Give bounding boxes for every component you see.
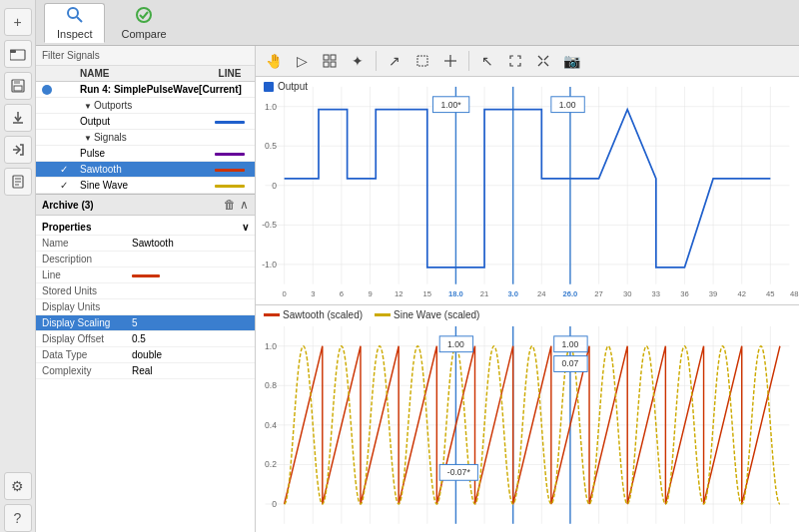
sawtooth-legend-label: Sawtooth (scaled): [283, 309, 363, 320]
svg-rect-19: [417, 56, 427, 66]
tool-select-rect[interactable]: [410, 49, 434, 73]
prop-desc-label: Description: [42, 254, 132, 265]
svg-text:9: 9: [368, 288, 372, 297]
tool-hand[interactable]: 🤚: [262, 49, 286, 73]
tool-arrow[interactable]: ↖: [475, 49, 499, 73]
prop-display-units[interactable]: Display Units: [36, 299, 255, 315]
group-signals-label: Signals: [94, 132, 127, 143]
tool-play[interactable]: ▷: [290, 49, 314, 73]
svg-rect-1: [10, 50, 16, 53]
line-red-sample: [132, 274, 160, 277]
prop-scaling-label: Display Scaling: [42, 317, 132, 328]
save-button[interactable]: [4, 72, 32, 100]
run-indicator: [42, 85, 52, 95]
prop-description[interactable]: Description: [36, 252, 255, 267]
tool-snap[interactable]: ✦: [346, 49, 370, 73]
prop-name[interactable]: Name Sawtooth: [36, 236, 255, 252]
svg-text:1.0: 1.0: [265, 340, 277, 350]
download-button[interactable]: [4, 104, 32, 132]
inspect-icon: [66, 6, 84, 26]
svg-rect-18: [331, 62, 336, 67]
archive-header: Archive (3) 🗑 ∧: [36, 195, 255, 216]
prop-stored-label: Stored Units: [42, 285, 132, 296]
prop-display-units-value: [132, 301, 249, 312]
prop-complexity-label: Complexity: [42, 365, 132, 376]
tool-screenshot[interactable]: 📷: [559, 49, 583, 73]
prop-display-offset[interactable]: Display Offset 0.5: [36, 331, 255, 347]
add-button[interactable]: +: [4, 8, 32, 36]
prop-name-value: Sawtooth: [132, 238, 249, 249]
sine-legend-label: Sine Wave (scaled): [394, 309, 479, 320]
svg-text:21: 21: [480, 288, 488, 297]
svg-rect-3: [14, 80, 20, 84]
export-button[interactable]: [4, 136, 32, 164]
signal-pulse[interactable]: Pulse: [36, 146, 255, 162]
svg-text:-0.5: -0.5: [262, 220, 277, 230]
svg-text:-1.0: -1.0: [262, 260, 277, 269]
tool-fit[interactable]: [503, 49, 527, 73]
svg-text:-0.07*: -0.07*: [447, 467, 470, 477]
group-signals[interactable]: ▼Signals: [36, 130, 255, 146]
prop-display-scaling[interactable]: Display Scaling 5: [36, 315, 255, 331]
properties-collapse-icon[interactable]: ∨: [242, 222, 249, 233]
properties-label: Properties: [42, 222, 91, 233]
tab-compare[interactable]: Compare: [109, 3, 178, 43]
svg-text:0.4: 0.4: [265, 419, 277, 429]
svg-line-24: [538, 62, 542, 66]
prop-datatype-value: double: [132, 349, 249, 360]
properties-section: Properties ∨ Name Sawtooth Description L…: [36, 216, 255, 403]
signal-output[interactable]: Output: [36, 114, 255, 130]
archive-expand-icon[interactable]: ∧: [240, 198, 249, 212]
arrow-outports: ▼: [84, 102, 92, 111]
archive-delete-icon[interactable]: 🗑: [224, 198, 236, 212]
svg-line-22: [538, 56, 542, 60]
signal-pulse-name: Pulse: [74, 146, 205, 162]
run-label: Run 4: SimplePulseWave[Current]: [74, 82, 255, 98]
tab-inspect[interactable]: Inspect: [44, 3, 105, 43]
prop-data-type[interactable]: Data Type double: [36, 347, 255, 363]
svg-rect-81: [256, 321, 799, 533]
sawtooth-legend-line: [264, 313, 280, 316]
svg-text:0: 0: [272, 498, 277, 508]
svg-text:12: 12: [395, 288, 402, 297]
svg-text:1.00: 1.00: [447, 338, 464, 348]
run-row[interactable]: Run 4: SimplePulseWave[Current]: [36, 82, 255, 98]
chart-bottom-svg: 1.0 0.8 0.4 0.2 0 0 3 6 9 12 15 18.0 21 …: [256, 321, 799, 533]
svg-text:1.00*: 1.00*: [441, 100, 462, 110]
signal-output-name: Output: [74, 114, 205, 130]
chart-top: Output: [256, 77, 799, 305]
svg-text:36: 36: [680, 288, 688, 297]
tool-grid[interactable]: [318, 49, 342, 73]
prop-stored-units[interactable]: Stored Units: [36, 283, 255, 299]
svg-line-25: [544, 56, 548, 60]
compare-icon: [135, 6, 153, 26]
tool-zoom[interactable]: [438, 49, 462, 73]
prop-line-value: [132, 269, 249, 280]
svg-text:0: 0: [272, 181, 277, 191]
prop-desc-value: [132, 254, 249, 265]
svg-text:24: 24: [537, 288, 546, 297]
document-button[interactable]: [4, 168, 32, 196]
chart-bottom-label: Sawtooth (scaled) Sine Wave (scaled): [264, 309, 479, 320]
prop-complexity[interactable]: Complexity Real: [36, 363, 255, 379]
svg-rect-26: [256, 77, 799, 304]
prop-offset-value: 0.5: [132, 333, 249, 344]
svg-point-12: [68, 8, 78, 18]
folder-button[interactable]: [4, 40, 32, 68]
svg-line-13: [77, 17, 82, 22]
group-outports[interactable]: ▼Outports: [36, 98, 255, 114]
prop-line[interactable]: Line: [36, 267, 255, 283]
svg-text:48: 48: [790, 288, 798, 297]
svg-text:27: 27: [594, 288, 602, 297]
signal-sine-wave[interactable]: ✓ Sine Wave: [36, 178, 255, 194]
tool-cursor[interactable]: ↗: [383, 49, 406, 73]
signal-sawtooth[interactable]: ✓ Sawtooth: [36, 162, 255, 178]
chart-bottom: Sawtooth (scaled) Sine Wave (scaled): [256, 305, 799, 533]
tool-expand[interactable]: [531, 49, 555, 73]
chart-toolbar: 🤚 ▷ ✦ ↗ ↖: [256, 46, 799, 77]
help-button[interactable]: ?: [4, 504, 32, 532]
svg-text:0: 0: [283, 288, 288, 297]
svg-line-23: [544, 62, 548, 66]
settings-button[interactable]: ⚙: [4, 472, 32, 500]
svg-text:39: 39: [709, 288, 717, 297]
